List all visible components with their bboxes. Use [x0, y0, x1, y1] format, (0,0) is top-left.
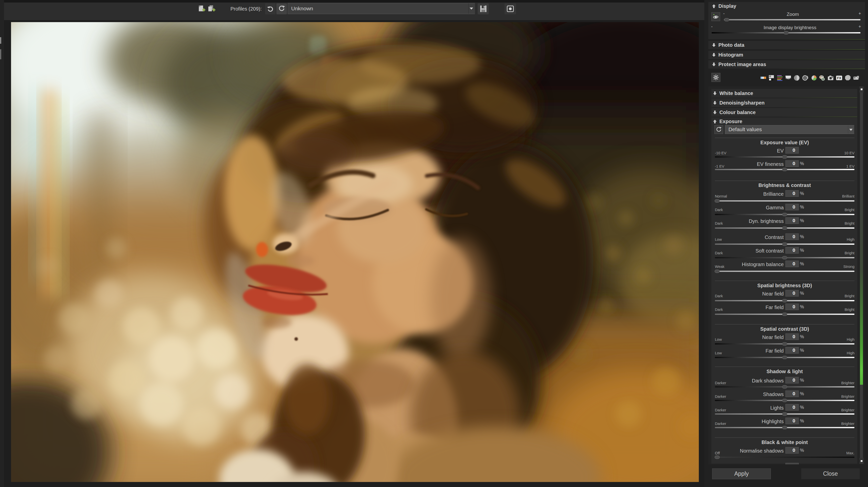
- svg-text:FX: FX: [837, 76, 841, 80]
